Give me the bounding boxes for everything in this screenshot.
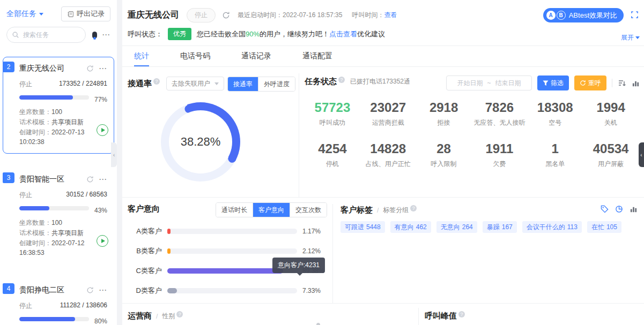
toggle-customer-intent[interactable]: 客户意向 — [253, 203, 290, 217]
tag-view-icon[interactable] — [601, 205, 609, 213]
tab-bar: 统计 电话号码 通话记录 通话配置 — [122, 46, 644, 67]
filter-button[interactable]: 筛选 — [537, 75, 569, 90]
refresh-icon[interactable] — [86, 286, 94, 294]
bar-label: B类客户 — [128, 246, 162, 256]
play-button[interactable] — [97, 235, 108, 247]
last-start-value: 2022-07-16 18:57:35 — [283, 11, 342, 19]
date-range-picker[interactable]: 开始日期 ~ 结束日期 — [446, 75, 532, 90]
stat-label: 呼叫成功 — [305, 118, 360, 127]
stat-label: 运营商拦截 — [360, 118, 416, 127]
toggle-outbound-progress[interactable]: 外呼进度 — [258, 77, 295, 91]
dropdown-value: 去除失联用户 — [172, 79, 210, 88]
task-filter-label: 全部任务 — [6, 9, 36, 19]
tag-chip[interactable]: 暴躁167 — [483, 221, 517, 233]
tag-count: 167 — [502, 223, 513, 231]
stat-value: 28 — [416, 141, 472, 156]
call-time-label: 呼叫时间： — [352, 11, 384, 20]
tag-count: 462 — [416, 223, 427, 231]
bar-label: D类客户 — [128, 286, 162, 296]
expand-label: 展开 — [621, 33, 634, 42]
collapse-sidebar-handle[interactable] — [111, 142, 117, 167]
task-title: 贵阳智能一区 — [19, 175, 86, 184]
task-card[interactable]: 2 重庆无线公司 ··· 停止173352 / 224891 77% 坐席数量：… — [3, 57, 114, 154]
tag-chip[interactable]: 会议干什么的113 — [522, 221, 582, 233]
task-card[interactable]: 3 贵阳智能一区 ··· 停止30152 / 68563 43% 坐席数量：10… — [3, 168, 114, 264]
tag-chip[interactable]: 有意向462 — [390, 221, 431, 233]
tab-phone-numbers[interactable]: 电话号码 — [180, 46, 210, 66]
tag-chip[interactable]: 无意向264 — [436, 221, 477, 233]
task-filter-dropdown[interactable]: 全部任务 — [6, 9, 43, 19]
bar-chart-icon[interactable] — [630, 205, 638, 213]
stat-value: 4254 — [305, 141, 360, 156]
abtest-button[interactable]: A B ABtest效果对比 — [543, 8, 624, 22]
bottom-row: 运营商 / 性别 呼叫峰值 — [122, 303, 644, 325]
view-call-time-link[interactable]: 查看 — [384, 11, 397, 20]
fullscreen-icon[interactable] — [631, 11, 639, 19]
status-message-post: 优化建议 — [357, 29, 385, 39]
refresh-icon[interactable] — [86, 65, 94, 72]
date-separator: ~ — [487, 79, 491, 87]
stat-cell: 1黑名单 — [527, 141, 583, 169]
tab-call-config[interactable]: 通话配置 — [302, 46, 332, 66]
tag-chip[interactable]: 在忙105 — [587, 221, 621, 233]
more-icon[interactable]: ··· — [99, 65, 107, 72]
more-icon[interactable]: ··· — [99, 286, 107, 294]
info-icon — [176, 311, 183, 318]
task-status: 停止 — [19, 191, 32, 200]
optimize-link[interactable]: 点击查看 — [329, 29, 357, 39]
status-badge: 优秀 — [168, 28, 191, 40]
expand-link[interactable]: 展开 — [621, 33, 640, 42]
info-icon — [458, 311, 465, 318]
info-icon — [410, 205, 417, 211]
stop-button[interactable]: 停止 — [187, 8, 216, 22]
task-status: 停止 — [19, 80, 32, 89]
task-status-panel: 任务状态 已拨打电话173352通 开始日期 ~ 结束日期 筛选 — [299, 67, 644, 197]
refresh-icon[interactable] — [86, 176, 94, 183]
toggle-call-duration[interactable]: 通话时长 — [216, 203, 253, 217]
bar-value: 1.17% — [302, 228, 327, 235]
play-button[interactable] — [97, 124, 108, 136]
intent-bar-row: D类客户 7.33% — [122, 281, 332, 300]
collapse-right-handle[interactable] — [639, 142, 644, 167]
ab-b-icon: B — [557, 11, 566, 20]
tag-group-link[interactable]: 标签分组 — [383, 206, 409, 215]
page-title: 重庆无线公司 — [128, 10, 179, 21]
toggle-connect-rate[interactable]: 接通率 — [228, 77, 258, 91]
task-card[interactable]: 4 贵阳挣电二区 ··· 停止111282 / 138606 80% 坐席数量：… — [3, 278, 114, 325]
export-list-icon[interactable] — [618, 79, 626, 87]
title-divider: / — [377, 207, 379, 214]
template-value: 共享项目新 — [51, 229, 84, 237]
created-label: 创建时间： — [19, 129, 51, 136]
call-log-button[interactable]: 呼出记录 — [61, 6, 110, 21]
info-icon — [338, 77, 345, 83]
recall-button[interactable]: 重呼 — [574, 75, 606, 90]
progress-percent: 77% — [89, 96, 107, 103]
bar-label: A类客户 — [128, 226, 162, 236]
date-end-placeholder: 结束日期 — [495, 79, 521, 88]
task-progress-count: 111282 / 138606 — [60, 301, 107, 311]
refresh-icon[interactable] — [222, 11, 230, 19]
pie-chart-icon[interactable] — [615, 205, 623, 213]
task-status-grid: 57723呼叫成功 23027运营商拦截 2918拒接 7826无应答、无人接听… — [305, 100, 639, 169]
gender-link[interactable]: 性别 — [162, 312, 175, 321]
tab-call-records[interactable]: 通话记录 — [241, 46, 271, 66]
dialed-count-text: 已拨打电话173352通 — [350, 77, 410, 86]
task-title: 贵阳挣电二区 — [19, 285, 86, 295]
search-icon — [12, 31, 19, 39]
bar-track — [167, 229, 297, 234]
more-icon[interactable]: ··· — [102, 31, 110, 39]
tag-label: 可跟进 — [345, 223, 364, 231]
more-icon[interactable]: ··· — [99, 176, 107, 183]
connect-rate-panel: 接通率 去除失联用户 接通率 外呼进度 38.28% — [122, 67, 299, 197]
filter-dropdown[interactable]: 去除失联用户 — [166, 77, 224, 90]
task-title: 重庆无线公司 — [19, 64, 86, 73]
task-index-badge: 3 — [3, 172, 14, 183]
bar-label: C类客户 — [128, 266, 162, 276]
device-toggle-icon[interactable] — [92, 32, 97, 39]
tag-chip[interactable]: 可跟进5448 — [340, 221, 385, 233]
template-label: 话术模板： — [19, 118, 51, 126]
bar-chart-icon[interactable] — [632, 79, 640, 87]
info-icon — [153, 78, 160, 85]
tab-statistics[interactable]: 统计 — [134, 46, 149, 66]
toggle-interaction-count[interactable]: 交互次数 — [290, 203, 327, 217]
